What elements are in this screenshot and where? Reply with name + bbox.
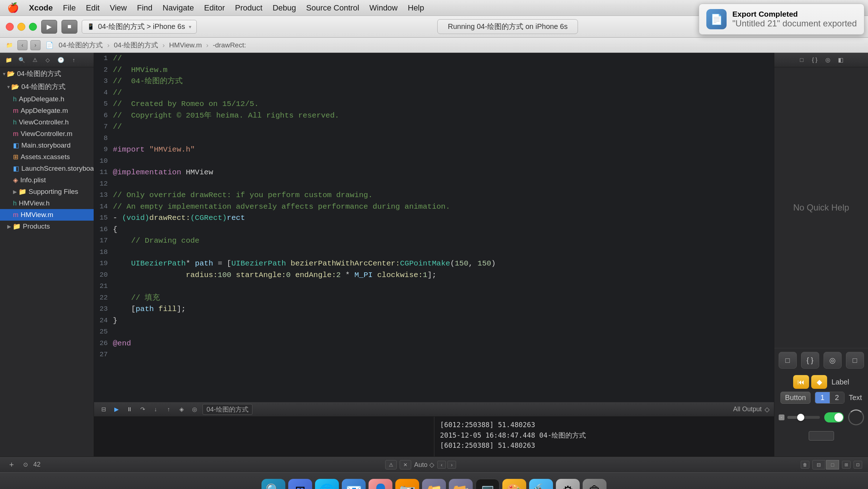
slider-track[interactable] — [787, 416, 820, 419]
status-next-btn[interactable]: › — [447, 461, 456, 469]
status-warning-icon[interactable]: ⚠ — [385, 460, 397, 469]
menu-editor[interactable]: Editor — [204, 3, 225, 13]
widget-icon-btn-1[interactable]: □ — [779, 352, 797, 369]
sidebar-item-viewcontroller-h[interactable]: h ViewController.h — [0, 116, 94, 128]
dock-folder1[interactable]: 📁 — [422, 479, 446, 489]
apple-menu[interactable]: 🍎 — [7, 2, 19, 13]
sidebar-item-root[interactable]: ▾ 📂 04-绘图的方式 — [0, 67, 94, 80]
media-shape-icon[interactable]: ◆ — [811, 375, 827, 389]
widget-icon-btn-3[interactable]: ◎ — [824, 352, 842, 369]
seg-item-2[interactable]: 2 — [830, 392, 844, 403]
menu-help[interactable]: Help — [408, 3, 424, 13]
sidebar-item-viewcontroller-m[interactable]: m ViewController.m — [0, 128, 94, 140]
dock-safari[interactable]: 🌐 — [315, 479, 339, 489]
sidebar-breakpoint-btn[interactable]: ◇ — [43, 55, 53, 65]
console-step-in-btn[interactable]: ↓ — [150, 405, 161, 414]
menu-navigate[interactable]: Navigate — [163, 3, 194, 13]
menu-debug[interactable]: Debug — [273, 3, 296, 13]
inspector-quick-help-btn[interactable]: { } — [809, 55, 820, 65]
sidebar-item-products[interactable]: ▶ 📁 Products — [0, 221, 94, 232]
menu-edit[interactable]: Edit — [86, 3, 99, 13]
sidebar-item-launchscreen[interactable]: ◧ LaunchScreen.storyboard — [0, 163, 94, 174]
sidebar-item-infoplist[interactable]: ◈ Info.plist — [0, 174, 94, 186]
menu-view[interactable]: View — [110, 3, 127, 13]
status-navigate-btn[interactable]: ⊙ — [20, 460, 30, 469]
layout-expand-icon[interactable]: ⊡ — [854, 461, 862, 469]
status-trash-icon[interactable]: 🗑 — [801, 461, 809, 469]
scheme-selector[interactable]: 📱 04-绘图的方式 > iPhone 6s ▾ — [82, 20, 197, 34]
minimize-button[interactable] — [17, 23, 25, 31]
sidebar-item-hmview-h[interactable]: h HMView.h — [0, 197, 94, 209]
menu-window[interactable]: Window — [369, 3, 397, 13]
widget-icon-btn-2[interactable]: { } — [801, 352, 819, 369]
menu-source-control[interactable]: Source Control — [306, 3, 359, 13]
maximize-button[interactable] — [29, 23, 37, 31]
console-pause-btn[interactable]: ⏸ — [124, 405, 135, 414]
toggle-switch-on[interactable] — [824, 412, 844, 422]
nav-forward-button[interactable]: › — [30, 40, 41, 50]
dock-mail[interactable]: 📧 — [342, 479, 366, 489]
nav-crumb-4[interactable]: -drawRect: — [213, 41, 246, 49]
inspector-identity-btn[interactable]: ◎ — [822, 55, 833, 65]
dock-photos[interactable]: 📷 — [395, 479, 419, 489]
dock-contacts[interactable]: 👤 — [369, 479, 392, 489]
dock-finder[interactable]: 🔍 — [261, 479, 285, 489]
sidebar-item-supporting[interactable]: ▶ 📁 Supporting Files — [0, 186, 94, 197]
sidebar-warning-btn[interactable]: ⚠ — [30, 55, 40, 65]
dock-launchpad[interactable]: ⊞ — [288, 479, 312, 489]
layout-grid-icon[interactable]: ⊞ — [842, 461, 851, 469]
nav-folder-icon[interactable]: 📁 — [4, 41, 14, 50]
dock-sketch[interactable]: 🎨 — [502, 479, 526, 489]
sidebar-git-btn[interactable]: ↑ — [69, 55, 79, 65]
dock-trash[interactable]: 🗑 — [583, 479, 607, 489]
code-line-24: 24 } — [94, 315, 774, 327]
inspector-attributes-btn[interactable]: ◧ — [835, 55, 846, 65]
close-button[interactable] — [6, 23, 14, 31]
dock-terminal[interactable]: 💻 — [476, 479, 499, 489]
widget-icon-btn-4[interactable]: □ — [846, 352, 864, 369]
sidebar-item-group[interactable]: ▾ 📂 04-绘图的方式 — [0, 80, 94, 93]
console-clear-btn[interactable]: ⊟ — [98, 405, 109, 414]
stop-button[interactable]: ■ — [61, 20, 77, 34]
dock-xcode[interactable]: 🔨 — [529, 479, 553, 489]
code-editor[interactable]: 1 // 2 // HMView.m 3 // 04-绘图的方式 4 // 5 … — [94, 53, 774, 402]
sidebar-label-group: 04-绘图的方式 — [21, 82, 65, 92]
sidebar-item-assets[interactable]: ⊞ Assets.xcassets — [0, 151, 94, 163]
button-widget[interactable]: Button — [780, 392, 811, 404]
console-filter[interactable]: All Output ◇ — [733, 405, 770, 413]
console-play-btn[interactable]: ▶ — [111, 405, 122, 414]
inspector-file-btn[interactable]: □ — [796, 55, 807, 65]
run-button[interactable]: ▶ — [41, 20, 57, 34]
small-toggle-widget[interactable] — [809, 431, 834, 441]
sidebar-item-appdelegate-m[interactable]: m AppDelegate.m — [0, 105, 94, 116]
seg-item-1[interactable]: 1 — [815, 392, 829, 403]
status-error-icon[interactable]: ✕ — [400, 460, 411, 469]
console-step-out-btn[interactable]: ↑ — [163, 405, 174, 414]
nav-bar: 📁 ‹ › 📄 04-绘图的方式 › 04-绘图的方式 › HMView.m ›… — [0, 38, 868, 53]
dock-folder2[interactable]: 📂 — [449, 479, 473, 489]
media-play-icon[interactable]: ⏮ — [793, 375, 809, 389]
nav-crumb-1[interactable]: 04-绘图的方式 — [59, 41, 103, 50]
layout-split-btn[interactable]: ⊟ — [812, 460, 825, 469]
console-debug-btn[interactable]: ◈ — [176, 405, 187, 414]
console-step-over-btn[interactable]: ↷ — [137, 405, 148, 414]
menu-xcode[interactable]: Xcode — [29, 3, 53, 13]
sidebar-folder-btn[interactable]: 📁 — [4, 55, 14, 65]
console-location-btn[interactable]: ◎ — [190, 405, 200, 414]
menu-file[interactable]: File — [63, 3, 76, 13]
layout-single-btn[interactable]: □ — [826, 460, 839, 469]
nav-crumb-2[interactable]: 04-绘图的方式 — [114, 41, 158, 50]
sidebar-item-hmview-m[interactable]: m HMView.m — [0, 209, 94, 221]
add-button[interactable]: + — [6, 460, 17, 470]
sidebar-history-btn[interactable]: 🕐 — [56, 55, 66, 65]
slider-widget[interactable]: - — [779, 414, 820, 420]
sidebar-search-btn[interactable]: 🔍 — [17, 55, 27, 65]
nav-back-button[interactable]: ‹ — [17, 40, 27, 50]
nav-crumb-3[interactable]: HMView.m — [169, 41, 202, 49]
status-prev-btn[interactable]: ‹ — [437, 461, 446, 469]
sidebar-item-main-storyboard[interactable]: ◧ Main.storyboard — [0, 140, 94, 151]
menu-product[interactable]: Product — [235, 3, 263, 13]
dock-systemprefs[interactable]: ⚙ — [556, 479, 580, 489]
menu-find[interactable]: Find — [137, 3, 153, 13]
sidebar-item-appdelegate-h[interactable]: h AppDelegate.h — [0, 93, 94, 105]
